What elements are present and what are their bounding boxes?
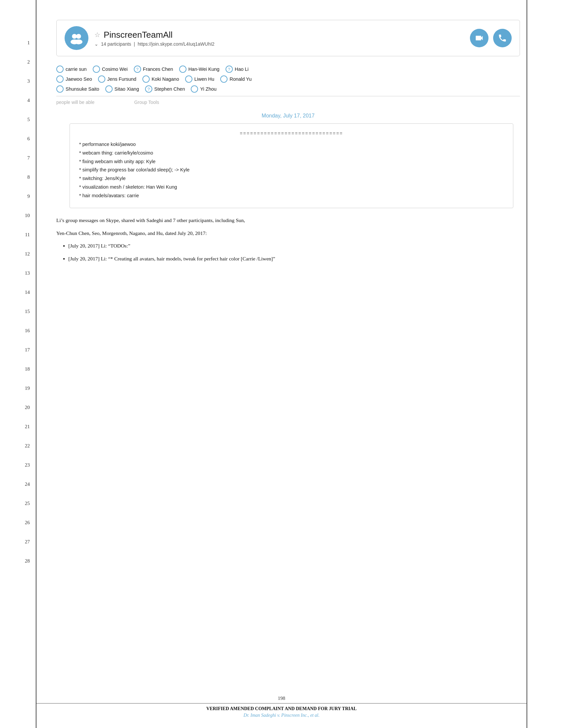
participant-name: Frances Chen [143,67,173,72]
svg-point-0 [72,34,77,39]
svg-point-3 [75,39,82,44]
participant-icon [185,75,192,83]
participant-count: 14 participants [101,41,131,47]
group-avatar [65,26,88,50]
participant-icon-question: ? [145,85,152,93]
footer-subtitle: Dr. Iman Sadeghi v. Pinscreen Inc., et a… [36,713,527,718]
participant-name: carrie sun [66,67,87,72]
line-num-27: 27 [0,532,36,551]
line-num-16: 16 [0,321,36,340]
phone-icon [498,33,507,43]
message-divider-line: ============================== [79,131,504,136]
participant-carrie-sun: carrie sun [56,66,87,73]
date-header: Monday, July 17, 2017 [56,113,520,119]
message-content: * performance koki/jaewoo* webcam thing:… [79,141,504,199]
line-num-1: 1 [0,33,36,52]
footer-divider [36,703,527,704]
line-num-19: 19 [0,379,36,398]
footer-title: VERIFIED AMENDED COMPLAINT AND DEMAND FO… [36,706,527,711]
participant-icon [98,75,105,83]
participant-yi-zhou: Yi Zhou [191,85,216,93]
participant-name: Liwen Hu [194,76,214,82]
bullet-dot: • [63,242,65,251]
line-num-8: 8 [0,167,36,187]
video-icon [475,33,484,43]
gray-text-right: Group Tools [134,100,159,105]
participant-stephen-chen: ? Stephen Chen [145,85,185,93]
line-num-28: 28 [0,551,36,570]
participant-icon [191,85,198,93]
line-numbers-column: 1234567891011121314151617181920212223242… [0,0,36,728]
participant-icon-question: ? [134,66,141,73]
video-call-button[interactable] [470,29,489,47]
message-box: ============================== * perform… [70,123,513,208]
join-link[interactable]: https://join.skype.com/L4Iuq1aWUhI2 [138,41,214,47]
participant-name: Cosimo Wei [102,67,128,72]
participant-icon [56,66,64,73]
line-num-25: 25 [0,494,36,513]
participant-icon [56,75,64,83]
participants-row-2: Jaewoo Seo Jens Fursund Koki Nagano Liwe… [56,75,520,83]
svg-point-1 [76,34,81,39]
participant-icon [105,85,113,93]
line-num-18: 18 [0,359,36,379]
participant-name: Yi Zhou [200,86,216,92]
line-num-11: 11 [0,225,36,244]
participant-shunsuke-saito: Shunsuke Saito [56,85,99,93]
line-num-2: 2 [0,52,36,71]
message-line-item: * switching: Jens/Kyle [79,175,504,182]
participant-name: Shunsuke Saito [66,86,99,92]
message-line-item: * simplify the progress bar color/add sl… [79,166,504,174]
body-text-1: Li’s group messages on Skype, shared wit… [56,216,520,225]
participant-icon [142,75,150,83]
chevron-icon[interactable]: ⌄ [94,41,98,47]
participant-name: Koki Nagano [152,76,179,82]
right-page-border [527,0,527,728]
participant-name: Jaewoo Seo [66,76,92,82]
line-num-26: 26 [0,513,36,532]
participant-name: Jens Fursund [107,76,136,82]
participant-jaewoo-seo: Jaewoo Seo [56,75,92,83]
body-text-2: Yen-Chun Chen, Seo, Morgenroth, Nagano, … [56,229,520,238]
message-line-item: * webcam thing: carrie/kyle/cosimo [79,150,504,157]
participant-frances-chen: ? Frances Chen [134,66,173,73]
line-num-24: 24 [0,475,36,494]
participant-jens-fursund: Jens Fursund [98,75,136,83]
line-num-4: 4 [0,91,36,110]
group-icon [70,31,83,45]
phone-call-button[interactable] [493,29,512,47]
line-num-14: 14 [0,283,36,302]
participant-koki-nagano: Koki Nagano [142,75,179,83]
message-line-item: * visualization mesh / skeleton: Han Wei… [79,184,504,191]
line-num-6: 6 [0,129,36,148]
line-num-7: 7 [0,148,36,167]
page-number: 198 [36,696,527,701]
bullet-dot: • [63,254,65,264]
participant-sitao-xiang: Sitao Xiang [105,85,139,93]
line-num-22: 22 [0,436,36,455]
line-num-15: 15 [0,302,36,321]
gray-text-left: people will be able [56,100,94,105]
line-num-5: 5 [0,110,36,129]
line-num-13: 13 [0,263,36,283]
participant-icon [56,85,64,93]
participant-liwen-hu: Liwen Hu [185,75,214,83]
star-icon[interactable]: ☆ [94,31,100,39]
participant-icon [179,66,186,73]
line-num-10: 10 [0,206,36,225]
participant-name: Sitao Xiang [115,86,139,92]
line-num-9: 9 [0,187,36,206]
participant-ronald-yu: Ronald Yu [220,75,252,83]
bullet-item-1: • [July 20, 2017] Li: “TODOs:” [56,242,520,251]
section-divider [56,96,520,96]
page-footer: 198 VERIFIED AMENDED COMPLAINT AND DEMAN… [36,696,527,718]
bullet-text-1: [July 20, 2017] Li: “TODOs:” [68,242,130,250]
skype-card: ☆ PinscreenTeamAll ⌄ 14 participants | h… [56,20,520,56]
participant-cosimo-wei: Cosimo Wei [93,66,128,73]
line-num-3: 3 [0,71,36,91]
message-line-item: * fixing webcam with unity app: Kyle [79,158,504,165]
skype-info: ☆ PinscreenTeamAll ⌄ 14 participants | h… [94,30,464,47]
participant-icon [220,75,227,83]
participant-hanwei-kung: Han-Wei Kung [179,66,219,73]
line-num-17: 17 [0,340,36,359]
